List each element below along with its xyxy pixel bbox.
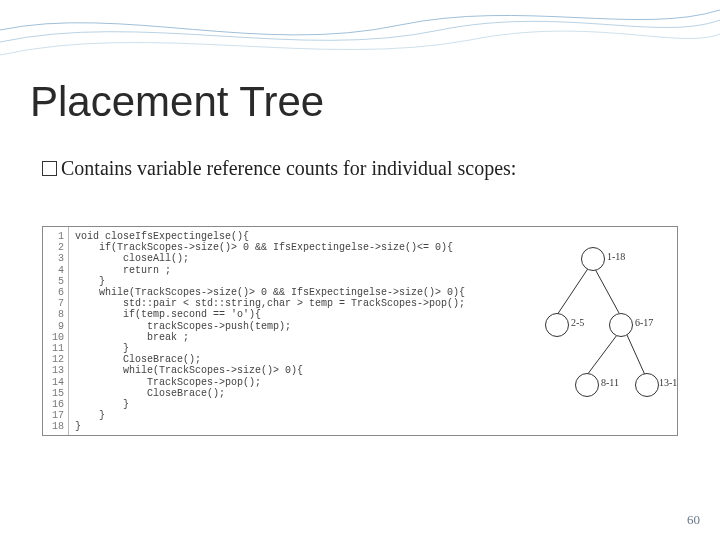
bullet-text: Contains variable reference counts for i… [61,157,516,179]
code-body: void closeIfsExpectingelse(){ if(TrackSc… [69,227,527,435]
tree-node-label: 1-18 [607,251,625,262]
tree-node [635,373,659,397]
code-card: 1 2 3 4 5 6 7 8 9 10 11 12 13 14 15 16 1… [42,226,678,436]
bullet-line: Contains variable reference counts for i… [42,155,678,182]
svg-line-3 [627,335,645,375]
svg-line-0 [557,267,589,315]
code-gutter: 1 2 3 4 5 6 7 8 9 10 11 12 13 14 15 16 1… [43,227,69,435]
bullet-icon [42,161,57,176]
tree-node [609,313,633,337]
scope-tree: 1-18 2-5 6-17 8-11 13-16 [527,227,677,435]
tree-node-label: 6-17 [635,317,653,328]
page-number: 60 [687,512,700,528]
slide-title: Placement Tree [30,78,324,126]
tree-node [545,313,569,337]
tree-node [581,247,605,271]
tree-node [575,373,599,397]
wave-decoration [0,0,720,70]
svg-line-2 [587,335,617,375]
tree-node-label: 13-16 [659,377,678,388]
tree-node-label: 2-5 [571,317,584,328]
svg-line-1 [595,269,619,313]
tree-node-label: 8-11 [601,377,619,388]
